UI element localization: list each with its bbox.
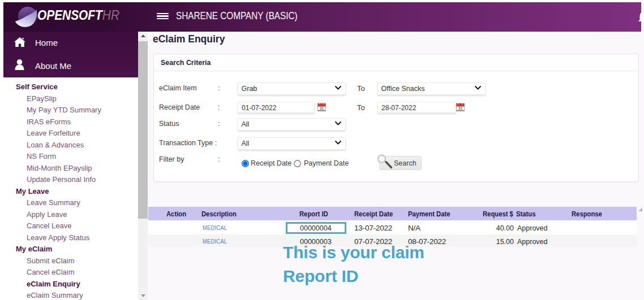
svg-text:31: 31 xyxy=(320,106,324,110)
svg-text:31: 31 xyxy=(458,106,463,110)
